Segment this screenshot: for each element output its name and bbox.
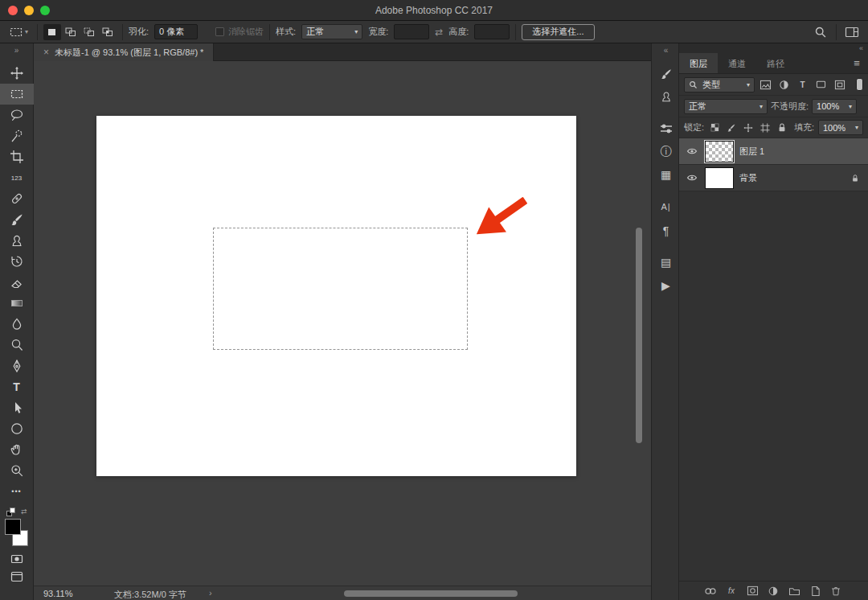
gradient-tool[interactable] <box>0 293 34 314</box>
add-to-selection-button[interactable] <box>62 24 80 40</box>
new-adjustment-layer-button[interactable] <box>767 585 780 598</box>
pen-tool[interactable] <box>0 355 34 376</box>
link-layers-button[interactable] <box>704 585 717 598</box>
foreground-color-swatch[interactable] <box>5 519 21 535</box>
paragraph-panel-icon[interactable]: ¶ <box>652 221 680 240</box>
lock-position-button[interactable] <box>742 122 755 134</box>
clone-stamp-tool[interactable] <box>0 230 34 251</box>
blur-tool[interactable] <box>0 314 34 335</box>
lock-image-pixels-button[interactable] <box>725 122 738 134</box>
history-brush-tool[interactable] <box>0 251 34 272</box>
eraser-tool[interactable] <box>0 272 34 293</box>
layer-row-1[interactable]: 图层 1 <box>679 138 868 165</box>
opacity-select[interactable]: 100% ▾ <box>812 99 857 114</box>
layer-thumbnail[interactable] <box>705 167 734 189</box>
horizontal-type-tool[interactable]: T <box>0 376 34 397</box>
tab-layers[interactable]: 图层 <box>679 53 718 73</box>
quick-mask-button[interactable] <box>0 550 34 568</box>
move-tool[interactable] <box>0 63 34 84</box>
divider <box>269 24 270 40</box>
feather-input[interactable] <box>154 24 198 39</box>
chevron-down-icon: ▾ <box>354 28 358 35</box>
properties-panel-icon[interactable] <box>652 119 680 138</box>
fullscreen-window-button[interactable] <box>40 6 50 15</box>
titlebar: Adobe Photoshop CC 2017 <box>0 0 868 21</box>
layer-comps-panel-icon[interactable]: ▤ <box>652 253 680 272</box>
quick-selection-tool[interactable] <box>0 125 34 146</box>
histogram-panel-icon[interactable]: ▦ <box>652 165 680 184</box>
lasso-tool[interactable] <box>0 105 34 125</box>
path-selection-tool[interactable] <box>0 397 34 418</box>
adjustment-layer-filter-icon[interactable] <box>776 78 792 92</box>
lock-transparent-pixels-button[interactable] <box>708 122 721 134</box>
shape-layer-filter-icon[interactable] <box>813 78 829 92</box>
brush-settings-panel-icon[interactable] <box>652 64 680 84</box>
timeline-panel-icon[interactable]: ▶ <box>652 276 680 295</box>
select-and-mask-button[interactable]: 选择并遮住... <box>522 24 594 40</box>
pixel-layer-filter-icon[interactable] <box>758 78 773 92</box>
info-panel-icon[interactable]: ⓘ <box>652 142 680 162</box>
collapse-panels-button[interactable]: « <box>679 43 868 53</box>
character-panel-icon[interactable]: A| <box>652 197 680 216</box>
expand-tools-button[interactable]: » <box>0 43 33 56</box>
zoom-level-field[interactable]: 93.11% <box>43 589 73 598</box>
divider <box>836 24 837 40</box>
layer-row-background[interactable]: 背景 <box>679 165 868 191</box>
canvas-area[interactable] <box>34 61 651 586</box>
lock-artboard-button[interactable] <box>759 122 772 134</box>
default-colors-button[interactable] <box>6 508 15 516</box>
type-layer-filter-icon[interactable]: T <box>795 78 810 92</box>
subtract-from-selection-button[interactable] <box>80 24 98 40</box>
delete-layer-button[interactable] <box>829 585 842 598</box>
tab-channels[interactable]: 通道 <box>718 53 756 73</box>
tool-preset-picker[interactable]: ▾ <box>6 25 31 39</box>
vertical-scrollbar[interactable] <box>636 228 642 443</box>
crop-tool[interactable] <box>0 146 34 167</box>
workspace-switcher-button[interactable] <box>842 23 862 41</box>
swap-width-height-button[interactable]: ⇄ <box>435 27 443 38</box>
style-select[interactable]: 正常 ▾ <box>301 24 362 39</box>
layer-thumbnail[interactable] <box>705 141 734 162</box>
layer-visibility-toggle[interactable] <box>685 147 699 155</box>
new-layer-button[interactable] <box>809 585 821 598</box>
rectangular-marquee-tool[interactable] <box>0 84 34 105</box>
new-selection-button[interactable] <box>43 24 61 40</box>
minimize-window-button[interactable] <box>24 6 34 15</box>
layer-visibility-toggle[interactable] <box>685 174 699 182</box>
chevron-down-icon: ▾ <box>849 103 852 110</box>
close-window-button[interactable] <box>8 6 18 15</box>
hand-tool[interactable] <box>0 439 34 460</box>
clone-source-panel-icon[interactable] <box>652 87 680 106</box>
fill-select[interactable]: 100% ▾ <box>818 120 863 135</box>
document-canvas[interactable] <box>96 116 576 476</box>
intersect-selection-button[interactable] <box>99 24 117 40</box>
blend-mode-select[interactable]: 正常 ▾ <box>684 99 768 114</box>
width-input[interactable] <box>394 24 429 39</box>
spot-healing-brush-tool[interactable] <box>0 188 34 209</box>
count-tool[interactable]: 123 <box>0 167 34 188</box>
panel-menu-icon[interactable]: ≡ <box>845 53 868 73</box>
expand-dock-button[interactable]: « <box>652 46 680 55</box>
layer-style-button[interactable]: fx <box>725 585 738 598</box>
tab-close-icon[interactable]: × <box>43 47 49 58</box>
add-layer-mask-button[interactable] <box>746 585 759 598</box>
filter-kind-select[interactable]: 类型 ▾ <box>684 77 755 92</box>
tab-paths[interactable]: 路径 <box>756 53 795 73</box>
document-tab[interactable]: × 未标题-1 @ 93.1% (图层 1, RGB/8#) * <box>34 43 214 61</box>
swap-colors-button[interactable]: ⇄ <box>21 508 27 516</box>
status-expander-icon[interactable]: › <box>209 588 212 598</box>
search-button[interactable] <box>811 23 830 41</box>
height-input[interactable] <box>474 24 510 39</box>
brush-tool[interactable] <box>0 209 34 230</box>
smart-object-filter-icon[interactable] <box>832 78 847 92</box>
new-group-button[interactable] <box>788 585 800 598</box>
zoom-tool[interactable] <box>0 460 34 481</box>
horizontal-scrollbar[interactable] <box>344 590 518 597</box>
layer-filter-toggle[interactable] <box>856 78 863 91</box>
dodge-tool[interactable] <box>0 335 34 355</box>
screen-mode-button[interactable] <box>0 568 34 586</box>
antialias-checkbox[interactable]: 消除锯齿 <box>215 26 264 38</box>
lock-all-button[interactable] <box>776 122 788 134</box>
ellipse-tool[interactable] <box>0 418 34 439</box>
edit-toolbar-button[interactable]: ••• <box>0 481 34 502</box>
